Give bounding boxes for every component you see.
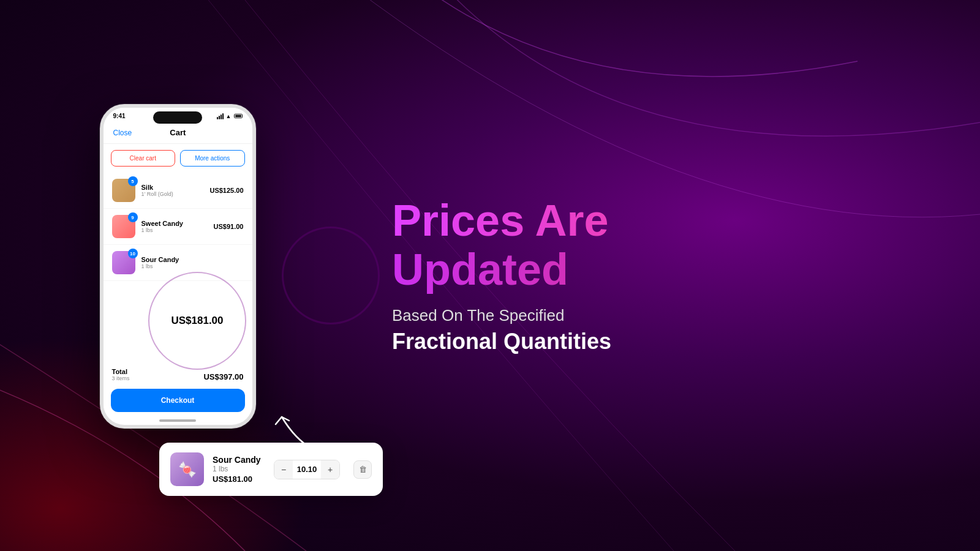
silk-name: Silk [141,184,204,191]
sour-candy-badge: 10 [128,249,138,258]
checkout-button[interactable]: Checkout [111,389,245,412]
quantity-plus-button[interactable]: + [321,460,339,479]
home-indicator-area [104,414,252,422]
expanded-product-price: US$181.00 [213,474,265,484]
silk-price: US$125.00 [209,187,243,194]
price-circle: US$181.00 [148,272,246,370]
subtext: Based On The Specified [392,306,931,325]
decorative-arc [282,227,380,324]
sour-candy-sub: 1 lbs [141,263,244,269]
status-time: 9:41 [113,113,126,119]
cart-actions-row: Clear cart More actions [104,144,252,173]
headline-line1: Prices Are [392,197,931,245]
expanded-product-image: 🍬 [170,452,204,486]
cart-item-sweet-candy: 9 Sweet Candy 1 lbs US$91.00 [104,209,252,245]
expanded-product-sub: 1 lbs [213,465,265,473]
phone-notch [153,111,202,124]
sour-candy-circle-price: US$181.00 [171,315,223,327]
arrow-indicator [270,411,331,462]
phone-content: Close Cart Clear cart More actions 5 [104,122,252,422]
right-panel: Prices Are Updated Based On The Specifie… [355,197,980,354]
headline-line2: Updated [392,246,931,294]
expanded-product-name: Sour Candy [213,455,265,465]
silk-badge: 5 [128,176,138,186]
sweet-candy-name: Sweet Candy [141,220,208,227]
delete-item-button[interactable]: 🗑 [353,460,372,479]
sweet-candy-info: Sweet Candy 1 lbs [141,220,208,233]
total-info: Total 3 items [112,368,130,381]
signal-icon [217,113,224,119]
silk-sub: 1' Roll (Gold) [141,191,204,197]
total-label: Total [112,368,130,375]
sour-candy-name: Sour Candy [141,256,244,263]
trash-icon: 🗑 [359,465,367,474]
clear-cart-button[interactable]: Clear cart [111,150,176,167]
left-panel: 9:41 ▲ [0,0,355,551]
status-icons: ▲ [217,113,243,119]
total-price: US$397.00 [203,372,243,381]
phone-mockup: 9:41 ▲ [100,104,256,429]
phone-status-bar: 9:41 ▲ [104,108,252,122]
quantity-minus-button[interactable]: − [274,460,293,479]
sweet-candy-badge: 9 [128,212,138,222]
battery-icon [234,114,243,118]
sweet-candy-sub: 1 lbs [141,227,208,233]
more-actions-button[interactable]: More actions [180,150,245,167]
highlight-text: Fractional Quantities [392,329,931,354]
expanded-product-info: Sour Candy 1 lbs US$181.00 [213,455,265,484]
quantity-input[interactable] [293,461,321,478]
main-layout: 9:41 ▲ [0,0,980,551]
cart-header: Close Cart [104,122,252,144]
cart-item-silk: 5 Silk 1' Roll (Gold) US$125.00 [104,173,252,209]
wifi-icon: ▲ [226,113,232,119]
price-circle-area: US$181.00 [104,281,252,361]
home-indicator [159,419,196,422]
sour-candy-info: Sour Candy 1 lbs [141,256,244,269]
quantity-control: − + [274,460,340,479]
cart-close-button[interactable]: Close [113,129,132,137]
silk-info: Silk 1' Roll (Gold) [141,184,204,197]
sweet-candy-price: US$91.00 [214,223,244,230]
cart-title: Cart [170,128,186,137]
total-items: 3 items [112,375,130,381]
